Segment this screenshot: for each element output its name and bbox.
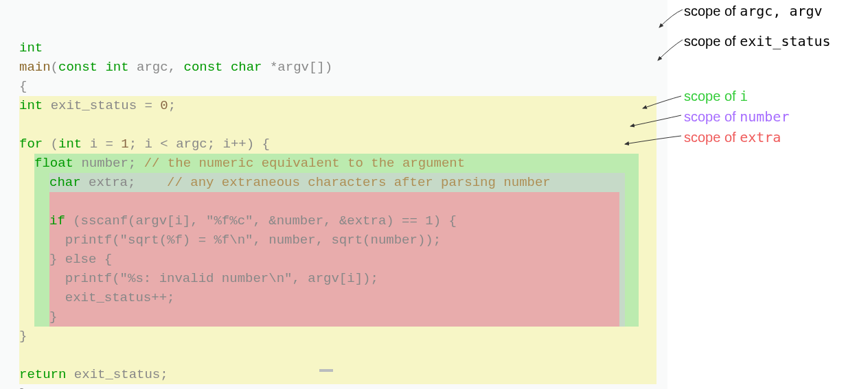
brace-close: } — [49, 309, 57, 325]
comma: , — [168, 60, 176, 75]
scope-number: char extra; // any extraneous characters… — [49, 173, 625, 327]
annot-text: scope of — [684, 130, 740, 145]
star: * — [270, 60, 277, 75]
paren-open: ( — [51, 60, 58, 75]
semi: ; — [207, 137, 215, 152]
id-i: i — [223, 137, 231, 152]
scope-extra: if (sscanf(argv[i], "%f%c", &number, &ex… — [49, 192, 619, 327]
eq: = — [144, 98, 152, 113]
type-int: int — [19, 98, 43, 113]
annot-text: scope of — [684, 109, 740, 124]
keyword-const: const — [183, 60, 222, 75]
stmt-exit-inc: exit_status++; — [49, 290, 174, 305]
type-char: char — [231, 60, 262, 75]
id-argc: argc — [137, 60, 168, 75]
type-int: int — [58, 137, 82, 152]
annot-code: number — [740, 108, 789, 125]
semi: ; — [128, 156, 136, 171]
annot-code: exit_status — [740, 33, 830, 49]
id-number: number — [81, 156, 128, 171]
semi: ; — [160, 367, 168, 382]
scope-i: float number; // the numeric equivalent … — [34, 154, 639, 327]
id-argc: argc — [176, 137, 207, 152]
stmt-printf-invalid: printf("%s: invalid number\n", argv[i]); — [49, 271, 378, 286]
type-float: float — [34, 156, 73, 171]
brace-close: } — [19, 386, 27, 389]
annot-exit-status: scope of exit_status — [684, 32, 831, 51]
semi: ; — [128, 175, 135, 190]
semi: ; — [129, 137, 137, 152]
comment: // the numeric equivalent to the argumen… — [144, 156, 465, 171]
code-block: int main(const int argc, const char *arg… — [0, 0, 667, 389]
keyword-int: int — [19, 40, 43, 56]
pp: ++) — [231, 137, 254, 152]
annot-text: scope of — [684, 3, 740, 19]
annot-argc-argv: scope of argc, argv — [684, 1, 823, 21]
paren: ( — [43, 137, 58, 152]
eq: = — [105, 137, 113, 152]
id-argv: argv — [277, 60, 309, 75]
type-char: char — [49, 175, 81, 190]
brace-open: { — [19, 79, 27, 94]
brace-close: } — [19, 329, 27, 344]
brace: { — [254, 137, 270, 152]
annot-number: scope of number — [684, 107, 789, 126]
handle-bar — [319, 369, 333, 372]
brackets: [] — [309, 60, 325, 75]
annot-code: argc, argv — [740, 3, 822, 19]
scope-exit-status: int exit_status = 0; for (int i = 1; i <… — [19, 96, 656, 384]
scope-diagram: int main(const int argc, const char *arg… — [0, 0, 868, 389]
annot-code: extra — [740, 129, 781, 145]
id-exit-status: exit_status — [74, 367, 160, 382]
keyword-for: for — [19, 137, 43, 152]
paren-close: ) — [325, 60, 332, 75]
type-int: int — [105, 60, 128, 75]
id-i: i — [145, 137, 152, 152]
keyword-if: if — [49, 213, 65, 228]
id-exit-status: exit_status — [51, 98, 137, 113]
keyword-return: return — [19, 367, 66, 382]
comment: // any extraneous characters after parsi… — [167, 175, 551, 190]
keyword-const: const — [58, 60, 98, 75]
semi: ; — [168, 98, 176, 113]
id-i: i — [90, 137, 98, 152]
num-one: 1 — [121, 137, 128, 152]
stmt-printf-sqrt: printf("sqrt(%f) = %f\n", number, sqrt(n… — [49, 233, 441, 248]
else: } else { — [49, 252, 112, 267]
num-zero: 0 — [160, 98, 168, 113]
annot-code: i — [740, 88, 748, 104]
annot-i: scope of i — [684, 86, 748, 106]
lt: < — [160, 137, 168, 152]
annot-extra: scope of extra — [684, 128, 781, 147]
id-extra: extra — [89, 175, 128, 190]
fn-main: main — [19, 60, 51, 75]
annot-text: scope of — [684, 34, 740, 49]
annot-text: scope of — [684, 89, 740, 104]
if-cond: (sscanf(argv[i], "%f%c", &number, &extra… — [73, 213, 457, 228]
